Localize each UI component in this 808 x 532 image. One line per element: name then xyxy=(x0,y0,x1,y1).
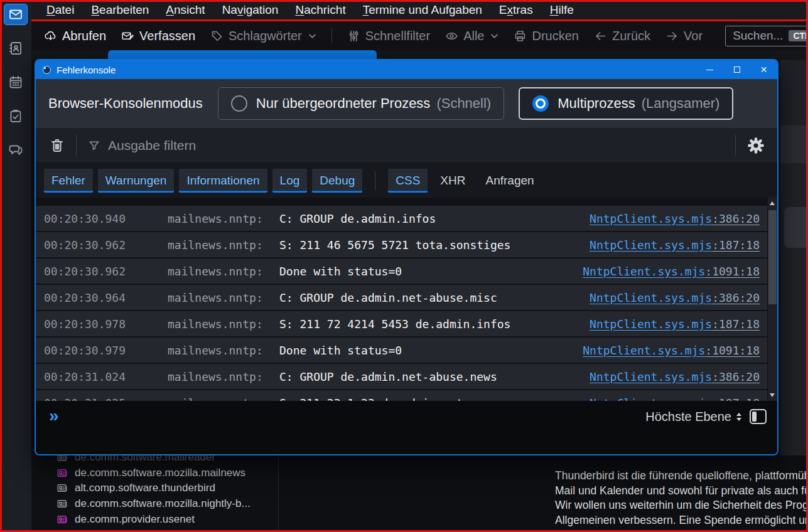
console-mode-label: Browser-Konsolenmodus xyxy=(48,95,203,112)
log-source-link[interactable]: NntpClient.sys.mjs:386:20 xyxy=(590,212,760,225)
sidebar-item-mail[interactable] xyxy=(4,4,28,25)
filter-tab-css[interactable]: CSS xyxy=(388,169,428,193)
multiline-editor-icon[interactable] xyxy=(750,409,767,424)
mode-option-label: Nur übergeordneter Prozess xyxy=(256,95,431,112)
scroll-down-arrow[interactable] xyxy=(770,393,775,397)
log-source-link[interactable]: NntpClient.sys.mjs:1091:18 xyxy=(583,265,760,278)
radio-icon xyxy=(532,95,549,112)
toolbar-item-label: Schlagwörter xyxy=(229,29,302,43)
filter-tab-log[interactable]: Log xyxy=(272,169,308,193)
toolbar-button-schnellfilter[interactable]: Schnellfilter xyxy=(347,29,430,43)
log-source: mailnews.nntp: xyxy=(168,212,279,225)
filter-tab-fehler[interactable]: Fehler xyxy=(44,169,93,193)
toolbar-button-zur-ck[interactable]: Zurück xyxy=(594,29,650,43)
select-arrows-icon xyxy=(736,413,741,421)
eval-context-select[interactable]: Höchste Ebene xyxy=(645,410,741,424)
log-source-link[interactable]: NntpClient.sys.mjs:386:20 xyxy=(590,370,760,383)
console-log-row[interactable]: 00:20:31.025mailnews.nntp:S: 211 23 1 23… xyxy=(36,390,767,401)
filter-tab-informationen[interactable]: Informationen xyxy=(179,169,267,193)
newsgroup-list-item[interactable]: alt.comp.software.thunderbird xyxy=(57,481,250,496)
minimize-button[interactable] xyxy=(696,60,723,79)
toolbar-item-label: Schnellfilter xyxy=(365,29,430,43)
console-log-row[interactable]: 00:20:30.962mailnews.nntp:S: 211 46 5675… xyxy=(36,232,767,257)
search-input[interactable]: Suchen... CTRL+K xyxy=(725,26,808,46)
mode-option-suffix: (Schnell) xyxy=(436,95,491,112)
calendar-icon xyxy=(8,75,23,90)
console-window-icon xyxy=(43,66,51,74)
search-placeholder: Suchen... xyxy=(733,29,783,43)
filter-output-input[interactable]: Ausgabe filtern xyxy=(108,138,724,153)
log-source-link[interactable]: NntpClient.sys.mjs:386:20 xyxy=(590,291,760,304)
menu-nachricht[interactable]: Nachricht xyxy=(295,3,345,17)
dialog-titlebar[interactable]: Fehlerkonsole ✕ xyxy=(36,60,777,79)
error-console-window: Fehlerkonsole ✕ Browser-Konsolenmodus Nu… xyxy=(35,59,778,455)
promo-line: Mail und Kalender und sowohl für private… xyxy=(555,484,808,499)
toolbar-button-alle[interactable]: Alle xyxy=(445,29,498,43)
filter-tab-warnungen[interactable]: Warnungen xyxy=(98,169,175,193)
compose-icon xyxy=(121,29,134,43)
log-message: S: 211 72 4214 5453 de.admin.infos xyxy=(279,317,590,331)
filter-tab-xhr[interactable]: XHR xyxy=(433,169,473,193)
toolbar-button-schlagw-rter[interactable]: Schlagwörter xyxy=(210,29,316,43)
console-filter-tabs: FehlerWarnungenInformationenLogDebugCSSX… xyxy=(36,163,777,198)
console-scrollbar[interactable] xyxy=(768,198,777,401)
menu-extras[interactable]: Extras xyxy=(499,3,533,17)
menu-navigation[interactable]: Navigation xyxy=(222,3,279,17)
log-source-link[interactable]: NntpClient.sys.mjs:1091:18 xyxy=(583,344,760,357)
menu-bearbeiten[interactable]: Bearbeiten xyxy=(91,3,149,17)
radio-icon xyxy=(231,95,247,112)
quick-filter-icon xyxy=(347,29,360,43)
menu-hilfe[interactable]: Hilfe xyxy=(550,3,574,17)
log-message: Done with status=0 xyxy=(279,265,583,278)
clear-console-button[interactable] xyxy=(50,138,65,153)
toolbar-button-drucken[interactable]: Drucken xyxy=(514,29,578,43)
console-log-row[interactable]: 00:20:30.979mailnews.nntp:Done with stat… xyxy=(36,338,767,363)
maximize-button[interactable] xyxy=(723,60,750,79)
console-log-row[interactable]: 00:20:30.962mailnews.nntp:Done with stat… xyxy=(36,258,767,284)
log-source-link[interactable]: NntpClient.sys.mjs:187:18 xyxy=(590,317,760,331)
newspaper-icon xyxy=(57,514,68,525)
log-link-filename: NntpClient.sys.mjs xyxy=(590,317,712,331)
filter-tab-anfragen[interactable]: Anfragen xyxy=(478,169,541,193)
menu-termine-und-aufgaben[interactable]: Termine und Aufgaben xyxy=(363,3,482,17)
menu-datei[interactable]: Datei xyxy=(46,3,74,17)
log-timestamp: 00:20:30.940 xyxy=(44,212,168,225)
scroll-up-arrow[interactable] xyxy=(770,201,775,205)
menu-ansicht[interactable]: Ansicht xyxy=(166,3,205,17)
mode-option-multiprozess[interactable]: Multiprozess(Langsamer) xyxy=(519,87,733,120)
console-log-row[interactable]: 00:20:31.024mailnews.nntp:C: GROUP de.ad… xyxy=(36,364,767,389)
console-log-row[interactable]: 00:20:30.978mailnews.nntp:S: 211 72 4214… xyxy=(36,311,767,336)
promo-line: Wir wollen uns weiterhin um die Sicherhe… xyxy=(555,498,808,513)
sidebar-item-chat[interactable] xyxy=(4,139,28,161)
sidebar-item-tasks[interactable] xyxy=(4,105,28,127)
console-log-row[interactable]: 00:20:30.964mailnews.nntp:C: GROUP de.ad… xyxy=(36,285,767,310)
sidebar-item-address-book[interactable] xyxy=(4,38,28,59)
console-input-controls: Höchste Ebene xyxy=(645,407,767,424)
mode-option-nur-bergeordneter-prozess[interactable]: Nur übergeordneter Prozess(Schnell) xyxy=(218,87,504,120)
toolbar-button-abrufen[interactable]: Abrufen xyxy=(44,29,106,43)
log-source-link[interactable]: NntpClient.sys.mjs:187:18 xyxy=(590,396,760,402)
scrollbar-thumb[interactable] xyxy=(768,210,777,304)
address-book-icon xyxy=(8,41,23,56)
log-message: S: 211 23 1 23 de.admin.net-... xyxy=(279,396,590,402)
toolbar-button-vor[interactable]: Vor xyxy=(665,29,703,43)
filter-tab-debug[interactable]: Debug xyxy=(312,169,362,193)
toolbar-button-verfassen[interactable]: Verfassen xyxy=(121,29,195,43)
console-prompt[interactable]: » xyxy=(49,407,59,425)
eval-context-label: Höchste Ebene xyxy=(645,410,731,424)
newsgroup-list-item[interactable]: de.comm.software.mozilla.nightly-b... xyxy=(57,496,250,512)
chevron-down-icon xyxy=(307,33,316,39)
close-button[interactable]: ✕ xyxy=(750,60,777,79)
log-link-filename: NntpClient.sys.mjs xyxy=(590,370,712,383)
log-link-position: :386:20 xyxy=(712,370,760,383)
log-source-link[interactable]: NntpClient.sys.mjs:187:18 xyxy=(590,238,760,252)
toolbar-item-label: Abrufen xyxy=(62,29,106,43)
newspaper-icon xyxy=(57,482,68,494)
newsgroup-list-item[interactable]: de.comm.provider.usenet xyxy=(57,511,250,527)
newsgroup-list-item[interactable]: de.comm.software.mozilla.mailnews xyxy=(57,466,250,481)
newsgroup-list-item[interactable] xyxy=(57,527,250,532)
toolbar-separator xyxy=(735,135,736,156)
sidebar-item-calendar[interactable] xyxy=(4,72,28,93)
gear-icon[interactable] xyxy=(747,137,765,154)
console-log-row[interactable]: 00:20:30.940mailnews.nntp:C: GROUP de.ad… xyxy=(36,206,767,231)
